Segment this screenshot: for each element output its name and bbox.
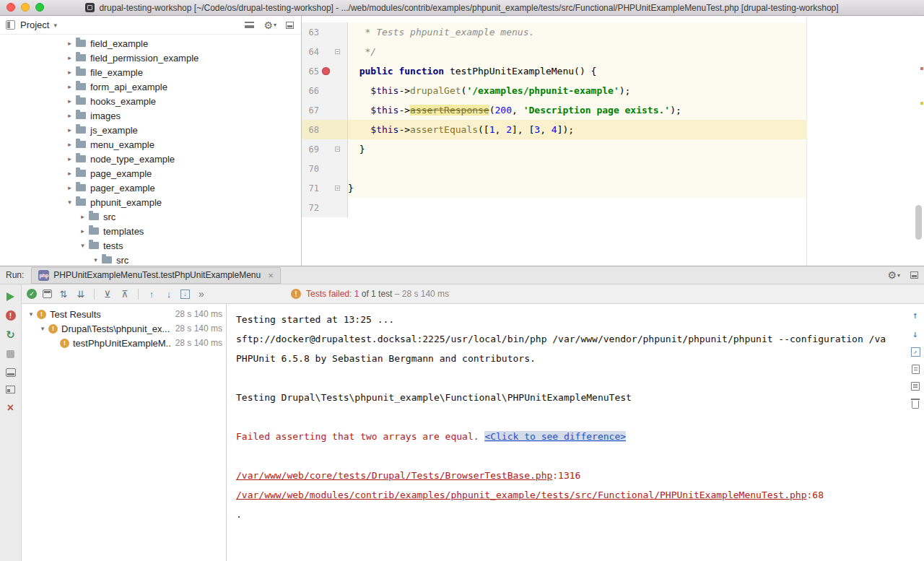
chevron-icon[interactable]: ▾ bbox=[91, 256, 100, 264]
up-stacktrace-icon[interactable] bbox=[910, 310, 921, 321]
print-icon[interactable] bbox=[911, 382, 920, 391]
expand-all-icon[interactable] bbox=[102, 288, 113, 300]
rerun-failed-tests-button[interactable] bbox=[6, 310, 16, 321]
diff-link[interactable]: <Click to see difference> bbox=[484, 431, 626, 442]
editor-line-63[interactable]: 63 * Tests phpunit_example menus. bbox=[302, 22, 924, 42]
tree-item-tests[interactable]: ▾tests bbox=[0, 238, 301, 253]
rerun-tests-button[interactable] bbox=[5, 291, 17, 302]
editor-line-64[interactable]: 64 */ bbox=[302, 42, 924, 61]
import-test-results-icon[interactable] bbox=[180, 290, 190, 299]
restore-layout-icon[interactable] bbox=[6, 386, 15, 393]
show-ignored-icon[interactable] bbox=[43, 290, 52, 298]
next-failed-test-icon[interactable] bbox=[163, 288, 175, 300]
test-tree-row[interactable]: ▾Drupal\Tests\phpunit_ex...28 s 140 ms bbox=[22, 321, 226, 336]
tree-item-images[interactable]: ▸images bbox=[0, 108, 301, 123]
fold-icon[interactable] bbox=[335, 49, 340, 54]
tree-item-src[interactable]: ▸src bbox=[0, 209, 301, 224]
tree-item-src[interactable]: ▾src bbox=[0, 253, 301, 266]
chevron-icon[interactable]: ▸ bbox=[65, 69, 74, 76]
test-gutter-icon[interactable] bbox=[322, 67, 330, 75]
code-editor[interactable]: 63 * Tests phpunit_example menus.64 */65… bbox=[302, 16, 924, 266]
project-toolwindow-icon[interactable] bbox=[6, 20, 15, 30]
run-tab[interactable]: php PHPUnitExampleMenuTest.testPhpUnitEx… bbox=[31, 267, 280, 284]
chevron-icon[interactable]: ▸ bbox=[65, 83, 74, 90]
fold-icon[interactable] bbox=[335, 186, 340, 191]
close-tab-icon[interactable]: × bbox=[268, 271, 274, 280]
view-options-icon[interactable] bbox=[245, 22, 254, 28]
warning-stripe-mark[interactable] bbox=[920, 102, 923, 105]
console[interactable]: Testing started at 13:25 ...sftp://docke… bbox=[227, 304, 924, 561]
tree-item-form_api_example[interactable]: ▸form_api_example bbox=[0, 79, 301, 94]
chevron-icon[interactable]: ▸ bbox=[65, 54, 74, 61]
folder-icon bbox=[76, 112, 86, 119]
project-tool-label[interactable]: Project bbox=[20, 19, 49, 30]
softwrap-icon[interactable] bbox=[912, 365, 920, 374]
chevron-icon[interactable]: ▾ bbox=[78, 242, 87, 249]
console-line: Testing Drupal\Tests\phpunit_example\Fun… bbox=[236, 388, 902, 407]
tree-item-js_example[interactable]: ▸js_example bbox=[0, 123, 301, 137]
chevron-icon[interactable]: ▸ bbox=[65, 155, 74, 162]
chevron-icon[interactable]: ▾ bbox=[65, 199, 74, 206]
console-view-icon[interactable] bbox=[6, 368, 16, 377]
test-tree-row[interactable]: ▾Test Results28 s 140 ms bbox=[22, 307, 226, 321]
editor-line-65[interactable]: 65 public function testPhpUnitExampleMen… bbox=[302, 61, 924, 81]
chevron-down-icon[interactable]: ▾ bbox=[53, 22, 57, 29]
editor-line-72[interactable]: 72 bbox=[302, 198, 924, 217]
tree-item-field_example[interactable]: ▸field_example bbox=[0, 36, 301, 51]
tree-item-templates[interactable]: ▸templates bbox=[0, 224, 301, 238]
minimize-window-button[interactable] bbox=[21, 3, 30, 12]
tree-item-field_permission_example[interactable]: ▸field_permission_example bbox=[0, 51, 301, 65]
chevron-icon[interactable]: ▾ bbox=[26, 310, 36, 318]
stop-button[interactable] bbox=[5, 349, 17, 360]
tree-item-page_example[interactable]: ▸page_example bbox=[0, 166, 301, 181]
file-link[interactable]: /var/www/web/core/tests/Drupal/Tests/Bro… bbox=[236, 470, 552, 481]
export-icon[interactable] bbox=[911, 347, 920, 357]
error-stripe-mark[interactable] bbox=[920, 67, 923, 70]
project-options-button[interactable]: ⚙▾ bbox=[263, 20, 276, 30]
console-text: Failed asserting that two arrays are equ… bbox=[236, 431, 484, 442]
run-settings-button[interactable]: ⚙▾ bbox=[887, 270, 900, 280]
chevron-icon[interactable]: ▸ bbox=[65, 170, 74, 177]
hide-run-panel-icon[interactable] bbox=[910, 271, 918, 279]
chevron-icon[interactable]: ▸ bbox=[65, 112, 74, 119]
test-tree-row[interactable]: testPhpUnitExampleM...28 s 140 ms bbox=[22, 336, 226, 350]
down-stacktrace-icon[interactable] bbox=[910, 329, 921, 339]
editor-line-69[interactable]: 69 } bbox=[302, 139, 924, 159]
hide-panel-icon[interactable] bbox=[286, 22, 294, 29]
editor-line-66[interactable]: 66 $this->drupalGet('/examples/phpunit-e… bbox=[302, 81, 924, 100]
tree-item-node_type_example[interactable]: ▸node_type_example bbox=[0, 152, 301, 166]
editor-line-71[interactable]: 71} bbox=[302, 178, 924, 198]
tree-item-menu_example[interactable]: ▸menu_example bbox=[0, 137, 301, 152]
toggle-auto-test-button[interactable] bbox=[5, 329, 17, 340]
tree-item-label: tests bbox=[103, 240, 123, 251]
tree-item-pager_example[interactable]: ▸pager_example bbox=[0, 181, 301, 195]
tree-item-hooks_example[interactable]: ▸hooks_example bbox=[0, 94, 301, 108]
show-passed-icon[interactable] bbox=[27, 289, 37, 299]
editor-line-68[interactable]: 68 $this->assertEquals([1, 2], [3, 4]); bbox=[302, 120, 924, 139]
editor-line-70[interactable]: 70 bbox=[302, 159, 924, 178]
chevron-icon[interactable]: ▸ bbox=[65, 184, 74, 191]
editor-scrollbar[interactable] bbox=[915, 205, 922, 240]
sort-by-duration-icon[interactable] bbox=[75, 288, 87, 300]
close-run-tab-button[interactable] bbox=[5, 402, 17, 413]
fold-icon[interactable] bbox=[335, 147, 340, 152]
clear-console-icon[interactable] bbox=[912, 401, 919, 409]
file-link[interactable]: /var/www/web/modules/contrib/examples/ph… bbox=[236, 490, 807, 500]
chevron-icon[interactable]: ▾ bbox=[38, 325, 48, 332]
sort-alphabetically-icon[interactable] bbox=[58, 288, 69, 300]
editor-line-67[interactable]: 67 $this->assertResponse(200, 'Descripti… bbox=[302, 100, 924, 120]
previous-failed-test-icon[interactable] bbox=[146, 288, 157, 300]
tree-item-file_example[interactable]: ▸file_example bbox=[0, 65, 301, 79]
run-body: ▾Test Results28 s 140 ms▾Drupal\Tests\ph… bbox=[22, 304, 924, 561]
chevron-icon[interactable]: ▸ bbox=[78, 213, 87, 220]
chevron-icon[interactable]: ▸ bbox=[78, 227, 87, 235]
tree-item-phpunit_example[interactable]: ▾phpunit_example bbox=[0, 195, 301, 209]
close-window-button[interactable] bbox=[6, 3, 15, 12]
collapse-all-icon[interactable] bbox=[119, 288, 131, 300]
zoom-window-button[interactable] bbox=[35, 3, 44, 12]
chevron-icon[interactable]: ▸ bbox=[65, 97, 74, 105]
more-actions-icon[interactable] bbox=[196, 288, 207, 300]
chevron-icon[interactable]: ▸ bbox=[65, 141, 74, 148]
chevron-icon[interactable]: ▸ bbox=[65, 126, 74, 134]
chevron-icon[interactable]: ▸ bbox=[65, 40, 74, 47]
